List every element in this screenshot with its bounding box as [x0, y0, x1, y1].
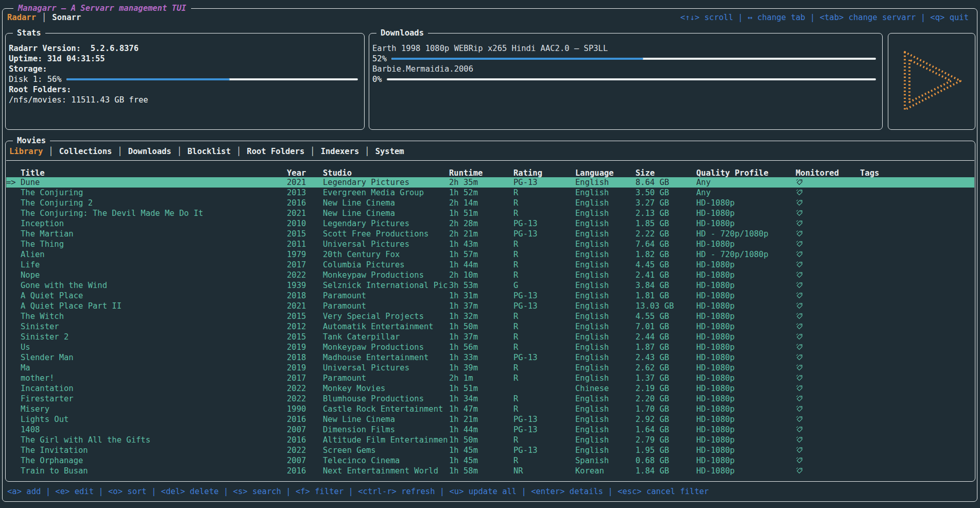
cell-language: English [575, 342, 635, 352]
table-row[interactable]: Lights Out2016New Line Cinema1h 21mPG-13… [6, 414, 974, 425]
table-row[interactable]: Train to Busan2016Next Entertainment Wor… [6, 466, 974, 476]
table-row[interactable]: Us2019Monkeypaw Productions1h 56mREnglis… [6, 342, 974, 352]
cell-quality-profile: HD-1080p [696, 280, 796, 291]
cell-monitored [796, 435, 860, 445]
column-header-year: Year [287, 168, 323, 178]
tab-library[interactable]: Library [9, 146, 43, 157]
table-row[interactable]: =>Dune2021Legendary Pictures2h 35mPG-13E… [6, 177, 974, 188]
table-row[interactable]: Slender Man2018Madhouse Entertainment1h … [6, 352, 974, 363]
tab-collections[interactable]: Collections [59, 146, 112, 157]
cell-tags [860, 455, 974, 466]
table-row[interactable]: Ma2019Universal Pictures1h 39mREnglish2.… [6, 363, 974, 373]
table-row[interactable]: mother!2017Paramount2h 1mREnglish1.37 GB… [6, 373, 974, 383]
cell-runtime: 1h 50m [449, 435, 513, 445]
movies-panel-title: Movies [13, 136, 50, 146]
cell-size: 2.22 GB [635, 229, 696, 239]
cell-title: A Quiet Place Part II [21, 301, 287, 311]
cell-studio: New Line Cinema [323, 198, 449, 208]
table-row[interactable]: The Martian2015Scott Free Productions2h … [6, 229, 974, 239]
row-selection-marker [6, 280, 21, 291]
cell-runtime: 1h 58m [449, 466, 513, 476]
tab-system[interactable]: System [375, 146, 404, 157]
table-row[interactable]: The Thing2011Universal Pictures1h 43mREn… [6, 239, 974, 249]
tab-indexers[interactable]: Indexers [321, 146, 359, 157]
tag-icon [796, 292, 803, 299]
cell-language: English [575, 332, 635, 342]
cell-title: 1408 [21, 425, 287, 435]
cell-runtime: 2h 21m [449, 229, 513, 239]
cell-size: 2.44 GB [635, 332, 696, 342]
table-row[interactable]: Sinister2012Automatik Entertainment1h 50… [6, 321, 974, 332]
managarr-app: Managarr – A Servarr management TUI Rada… [0, 0, 980, 508]
cell-quality-profile: HD - 720p/1080p [696, 229, 796, 239]
servarr-tab-sonarr[interactable]: Sonarr [52, 12, 81, 23]
cell-tags [860, 188, 974, 198]
cell-studio: Legendary Pictures [323, 177, 449, 188]
cell-year: 1979 [287, 249, 323, 260]
cell-monitored [796, 394, 860, 404]
table-row[interactable]: Firestarter2022Blumhouse Productions1h 3… [6, 394, 974, 404]
table-row[interactable]: A Quiet Place2018Paramount1h 31mPG-13Eng… [6, 291, 974, 301]
cell-quality-profile: HD-1080p [696, 455, 796, 466]
table-row[interactable]: The Conjuring2013Evergreen Media Group1h… [6, 188, 974, 198]
table-row[interactable]: Incantation2022Monkey Movies1h 51mChines… [6, 383, 974, 394]
cell-monitored [796, 229, 860, 239]
tab-separator: │ [177, 146, 182, 157]
cell-year: 2019 [287, 363, 323, 373]
table-row[interactable]: Inception2010Legendary Pictures2h 28mPG-… [6, 218, 974, 229]
cell-tags [860, 352, 974, 363]
table-row[interactable]: Sinister 22015Tank Caterpillar1h 37mREng… [6, 332, 974, 342]
cell-rating: PG-13 [513, 445, 575, 455]
disk-usage-gauge: Disk 1: 56% [9, 74, 358, 84]
cell-monitored [796, 239, 860, 249]
servarr-tab-radarr[interactable]: Radarr [7, 12, 36, 23]
cell-runtime: 1h 57m [449, 249, 513, 260]
row-selection-marker [6, 455, 21, 466]
cell-size: 1.70 GB [635, 404, 696, 414]
table-row[interactable]: The Girl with All the Gifts2016Altitude … [6, 435, 974, 445]
cell-rating: NR [513, 466, 575, 476]
cell-monitored [796, 455, 860, 466]
table-row[interactable]: Gone with the Wind1939Selznick Internati… [6, 280, 974, 291]
cell-runtime: 1h 31m [449, 291, 513, 301]
cell-monitored [796, 208, 860, 218]
table-row[interactable]: Life2017Columbia Pictures1h 44mREnglish4… [6, 260, 974, 270]
tab-downloads[interactable]: Downloads [128, 146, 171, 157]
cell-language: English [575, 177, 635, 188]
table-row[interactable]: A Quiet Place Part II2021Paramount1h 37m… [6, 301, 974, 311]
cell-year: 2018 [287, 291, 323, 301]
cell-runtime: 2h 35m [449, 177, 513, 188]
cell-studio: Blumhouse Productions [323, 394, 449, 404]
cell-runtime: 1h 51m [449, 383, 513, 394]
row-selection-marker [6, 249, 21, 260]
table-row[interactable]: Alien197920th Century Fox1h 57mREnglish1… [6, 249, 974, 260]
stats-line: Uptime: 31d 04:31:55 [9, 54, 358, 64]
cell-size: 1.37 GB [635, 373, 696, 383]
tab-blocklist[interactable]: Blocklist [187, 146, 231, 157]
cell-language: English [575, 394, 635, 404]
cell-language: English [575, 414, 635, 425]
cell-title: Gone with the Wind [21, 280, 287, 291]
table-row[interactable]: Nope2022Monkeypaw Productions2h 10mREngl… [6, 270, 974, 280]
download-progress-gauge-fill [391, 58, 643, 60]
table-row[interactable]: 14082007Dimension Films1h 44mPG-13Englis… [6, 425, 974, 435]
table-row[interactable]: The Invitation2022Screen Gems1h 45mPG-13… [6, 445, 974, 455]
table-row[interactable]: The Orphanage2007Telecinco Cinema1h 45mR… [6, 455, 974, 466]
tab-root-folders[interactable]: Root Folders [247, 146, 304, 157]
cell-year: 2021 [287, 208, 323, 218]
stats-panel: Stats Radarr Version: 5.2.6.8376Uptime: … [5, 33, 365, 130]
row-selection-marker [6, 208, 21, 218]
cell-studio: New Line Cinema [323, 208, 449, 218]
row-selection-marker [6, 435, 21, 445]
table-row[interactable]: The Conjuring 22016New Line Cinema2h 14m… [6, 198, 974, 208]
cell-title: Train to Busan [21, 466, 287, 476]
cell-rating: PG-13 [513, 301, 575, 311]
stats-panel-title: Stats [13, 28, 45, 38]
cell-rating: R [513, 249, 575, 260]
table-row[interactable]: The Witch2015Very Special Projects1h 32m… [6, 311, 974, 321]
cell-size: 3.50 GB [635, 188, 696, 198]
table-row[interactable]: Misery1990Castle Rock Entertainment1h 47… [6, 404, 974, 414]
table-row[interactable]: The Conjuring: The Devil Made Me Do It20… [6, 208, 974, 218]
cell-quality-profile: HD-1080p [696, 332, 796, 342]
cell-runtime: 1h 44m [449, 260, 513, 270]
